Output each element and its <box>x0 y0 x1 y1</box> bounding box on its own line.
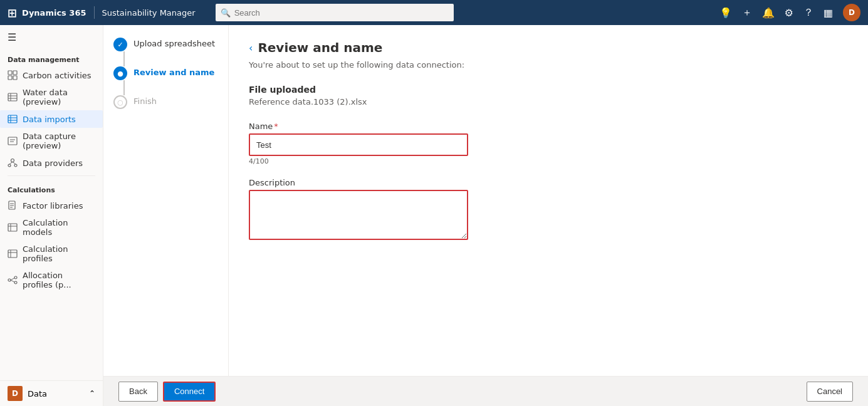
sidebar-item-calculation-profiles[interactable]: Calculation profiles <box>0 241 103 267</box>
sidebar-item-carbon-activities[interactable]: Carbon activities <box>0 66 103 84</box>
svg-rect-4 <box>8 93 17 101</box>
notification-icon[interactable]: 🔔 <box>762 7 775 19</box>
description-input[interactable] <box>249 190 468 240</box>
hamburger-button[interactable]: ☰ <box>0 25 103 49</box>
page-subtitle: You're about to set up the following dat… <box>249 60 848 70</box>
back-icon[interactable]: ‹ <box>249 42 253 54</box>
avatar[interactable]: D <box>843 4 860 21</box>
sidebar-item-data-imports[interactable]: Data imports <box>0 110 103 128</box>
main-layout: ☰ Data management Carbon activities Wate… <box>0 25 868 406</box>
water-icon <box>8 92 18 102</box>
step-label-review: Review and name <box>133 66 214 77</box>
svg-rect-2 <box>8 76 12 80</box>
sidebar-item-allocation-profiles[interactable]: Allocation profiles (p... <box>0 267 103 293</box>
app-name: Sustainability Manager <box>102 8 196 18</box>
step-review: ● Review and name <box>113 66 218 95</box>
sidebar-bottom-label: Data <box>28 389 47 398</box>
capture-icon <box>8 136 18 146</box>
calculation-models-label: Calculation models <box>23 218 95 237</box>
svg-rect-12 <box>8 137 17 145</box>
add-icon[interactable]: ＋ <box>742 6 752 19</box>
file-section-title: File uploaded <box>249 85 848 95</box>
sidebar-bottom-data[interactable]: D Data ⌃ <box>0 380 103 406</box>
allocation-icon <box>8 275 18 285</box>
description-label: Description <box>249 178 848 187</box>
svg-line-18 <box>9 162 13 165</box>
sidebar-divider <box>8 175 95 176</box>
content-area: ✓ Upload spreadsheet ● Review and name ○… <box>103 25 868 406</box>
sidebar-item-factor-libraries[interactable]: Factor libraries <box>0 197 103 214</box>
topbar-divider <box>94 6 95 19</box>
search-bar[interactable]: 🔍 <box>216 4 454 21</box>
data-icon: D <box>8 386 23 401</box>
name-label: Name* <box>249 122 848 131</box>
step-connector-1 <box>123 51 125 66</box>
bottom-bar: Back Connect Cancel <box>103 376 868 406</box>
data-capture-label: Data capture (preview) <box>23 132 95 150</box>
waffle-icon[interactable]: ⊞ <box>8 6 17 19</box>
name-input[interactable] <box>249 133 468 156</box>
svg-point-16 <box>8 164 11 167</box>
search-input[interactable] <box>216 4 454 21</box>
steps-panel: ✓ Upload spreadsheet ● Review and name ○… <box>103 25 229 406</box>
step-upload: ✓ Upload spreadsheet <box>113 38 218 66</box>
water-data-label: Water data (preview) <box>23 88 95 107</box>
topbar-actions: 💡 ＋ 🔔 ⚙ ？ ▦ D <box>719 4 860 21</box>
calculation-profiles-label: Calculation profiles <box>23 244 95 263</box>
step-label-finish: Finish <box>133 95 157 106</box>
svg-rect-27 <box>8 250 17 258</box>
svg-point-32 <box>14 281 17 284</box>
model-icon <box>8 222 18 232</box>
back-button[interactable]: Back <box>118 382 158 402</box>
svg-point-30 <box>8 279 11 281</box>
allocation-profiles-label: Allocation profiles (p... <box>23 271 95 289</box>
carbon-activities-label: Carbon activities <box>23 71 92 80</box>
step-finish: ○ Finish <box>113 95 218 109</box>
data-imports-label: Data imports <box>23 115 76 124</box>
section-label-calculations: Calculations <box>0 180 103 197</box>
providers-icon <box>8 158 18 168</box>
connect-button[interactable]: Connect <box>163 382 216 402</box>
panel-icon[interactable]: ▦ <box>824 7 833 19</box>
page-header: ‹ Review and name <box>249 40 848 55</box>
factor-icon <box>8 200 18 211</box>
section-label-data-management: Data management <box>0 49 103 66</box>
page-title: Review and name <box>258 40 382 55</box>
svg-line-34 <box>11 280 14 282</box>
app-suite-logo[interactable]: ⊞ Dynamics 365 <box>8 6 86 19</box>
required-indicator: * <box>274 122 278 131</box>
svg-rect-3 <box>13 76 17 80</box>
import-icon <box>8 114 18 124</box>
expand-icon: ⌃ <box>89 389 95 398</box>
data-providers-label: Data providers <box>23 159 83 168</box>
sidebar-item-calculation-models[interactable]: Calculation models <box>0 214 103 241</box>
step-connector-2 <box>123 80 125 95</box>
svg-line-19 <box>13 162 16 165</box>
step-circle-finish: ○ <box>113 95 127 109</box>
lightbulb-icon[interactable]: 💡 <box>719 7 732 19</box>
svg-line-33 <box>11 278 14 280</box>
topbar: ⊞ Dynamics 365 Sustainability Manager 🔍 … <box>0 0 868 25</box>
settings-icon[interactable]: ⚙ <box>785 7 793 19</box>
sidebar-item-water-data[interactable]: Water data (preview) <box>0 84 103 110</box>
table-icon <box>8 70 18 80</box>
svg-point-17 <box>14 164 17 167</box>
description-field-group: Description <box>249 178 848 242</box>
cancel-button[interactable]: Cancel <box>807 382 853 402</box>
svg-rect-8 <box>8 115 17 123</box>
file-name: Reference data.1033 (2).xlsx <box>249 97 848 107</box>
step-circle-upload: ✓ <box>113 38 127 51</box>
sidebar: ☰ Data management Carbon activities Wate… <box>0 25 103 406</box>
app-suite-name: Dynamics 365 <box>22 8 86 18</box>
sidebar-item-data-providers[interactable]: Data providers <box>0 154 103 172</box>
file-section: File uploaded Reference data.1033 (2).xl… <box>249 85 848 107</box>
svg-point-31 <box>14 276 17 279</box>
factor-libraries-label: Factor libraries <box>23 201 83 211</box>
sidebar-item-data-capture[interactable]: Data capture (preview) <box>0 128 103 154</box>
name-field-group: Name* 4/100 <box>249 122 848 165</box>
svg-point-15 <box>11 159 14 162</box>
step-circle-review: ● <box>113 66 127 80</box>
char-count: 4/100 <box>249 157 848 165</box>
help-icon[interactable]: ？ <box>803 6 813 19</box>
form-area: ‹ Review and name You're about to set up… <box>229 25 868 406</box>
